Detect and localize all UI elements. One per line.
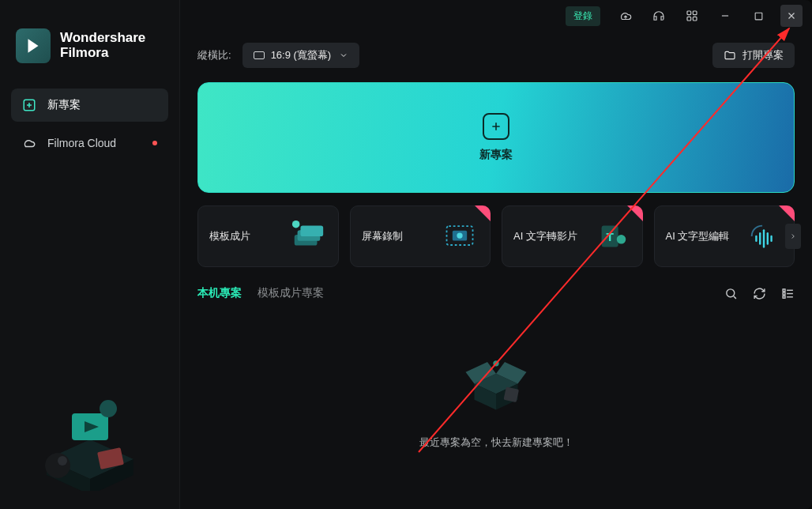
- feature-cards: 模板成片 屏幕錄制 AI 文字轉影片 T: [197, 205, 795, 267]
- tab-local-projects[interactable]: 本机專案: [197, 286, 242, 300]
- card-label: 屏幕錄制: [362, 229, 403, 243]
- plus-icon: [483, 113, 509, 140]
- controls-row: 縱橫比: 16:9 (寬螢幕) 打開專案: [180, 32, 812, 68]
- login-button[interactable]: 登錄: [566, 6, 600, 26]
- apps-button[interactable]: [681, 5, 703, 27]
- card-label: 模板成片: [209, 229, 250, 243]
- svg-rect-32: [783, 292, 785, 295]
- search-button[interactable]: [724, 286, 738, 300]
- search-icon: [724, 287, 738, 300]
- notification-dot-icon: [152, 141, 157, 145]
- brand-line1: Wondershare: [60, 31, 145, 46]
- new-badge: [475, 205, 491, 221]
- grid-icon: [686, 9, 698, 22]
- svg-point-30: [726, 288, 734, 296]
- cloud-upload-button[interactable]: [615, 5, 637, 27]
- brand-line2: Filmora: [60, 46, 145, 61]
- new-badge: [627, 205, 643, 221]
- folder-icon: [724, 49, 736, 62]
- sidebar-item-new-project[interactable]: 新專案: [11, 89, 168, 122]
- svg-rect-31: [783, 288, 785, 291]
- filmora-logo-icon: [23, 36, 43, 56]
- sidebar-item-label: 新專案: [47, 98, 81, 112]
- svg-rect-12: [687, 17, 691, 21]
- svg-point-6: [45, 453, 70, 478]
- refresh-icon: [753, 287, 766, 300]
- chevron-right-icon: [789, 232, 797, 240]
- card-label: AI 文字型編輯: [666, 229, 730, 243]
- svg-point-9: [100, 400, 117, 417]
- card-ai-text-editor[interactable]: AI 文字型編輯: [654, 205, 795, 267]
- svg-point-42: [493, 360, 498, 366]
- audio-wave-icon: [745, 217, 783, 255]
- svg-rect-13: [693, 17, 697, 21]
- aspect-ratio-select[interactable]: 16:9 (寬螢幕): [242, 43, 360, 68]
- tab-template-projects[interactable]: 模板成片專案: [258, 286, 324, 300]
- new-project-hero[interactable]: 新專案: [197, 82, 795, 193]
- card-ai-text-to-video[interactable]: AI 文字轉影片 T: [502, 205, 643, 267]
- new-badge: [779, 205, 795, 221]
- empty-state: 最近專案為空，快去新建專案吧！: [180, 300, 812, 509]
- support-button[interactable]: [648, 5, 670, 27]
- card-label: AI 文字轉影片: [513, 229, 577, 243]
- card-template-to-video[interactable]: 模板成片: [197, 205, 339, 267]
- cloud-icon: [22, 136, 36, 150]
- view-toggle-button[interactable]: [780, 286, 795, 300]
- template-stack-icon: [289, 217, 327, 255]
- main: 登錄 縱橫比:: [180, 0, 812, 509]
- minimize-button[interactable]: [714, 5, 736, 27]
- aspect-ratio-value: 16:9 (寬螢幕): [271, 48, 332, 62]
- svg-point-7: [58, 456, 67, 466]
- svg-rect-33: [783, 296, 785, 298]
- chevron-down-icon: [339, 51, 348, 60]
- card-screen-record[interactable]: 屏幕錄制: [350, 205, 491, 267]
- studio-illustration-icon: [23, 372, 157, 491]
- refresh-button[interactable]: [752, 286, 766, 300]
- svg-rect-10: [687, 11, 691, 15]
- minimize-icon: [720, 10, 731, 21]
- cloud-upload-icon: [618, 9, 633, 23]
- svg-rect-14: [755, 13, 762, 20]
- close-icon: [786, 10, 797, 21]
- list-view-icon: [781, 287, 795, 300]
- open-project-label: 打開專案: [742, 48, 784, 62]
- sidebar-illustration: [11, 368, 168, 495]
- maximize-button[interactable]: [747, 5, 769, 27]
- screen-record-icon: [441, 217, 479, 255]
- aspect-ratio-label: 縱橫比:: [197, 48, 231, 62]
- sidebar-item-label: Filmora Cloud: [47, 137, 116, 149]
- sidebar-item-filmora-cloud[interactable]: Filmora Cloud: [11, 126, 168, 160]
- project-tabs: 本机專案 模板成片專案: [197, 286, 795, 300]
- svg-rect-43: [503, 386, 519, 402]
- plus-square-icon: [22, 98, 36, 112]
- close-button[interactable]: [780, 5, 803, 27]
- titlebar: 登錄: [180, 0, 812, 32]
- svg-rect-17: [300, 226, 323, 236]
- hero-label: 新專案: [479, 148, 513, 162]
- sidebar: Wondershare Filmora 新專案 Filmora Cloud: [0, 0, 180, 509]
- svg-text:T: T: [606, 230, 614, 243]
- svg-rect-11: [693, 11, 697, 15]
- svg-point-18: [291, 221, 299, 228]
- headset-icon: [652, 9, 666, 23]
- ratio-rect-icon: [254, 51, 265, 59]
- svg-point-24: [616, 235, 626, 244]
- text-to-video-icon: T: [593, 217, 631, 255]
- empty-message: 最近專案為空，快去新建專案吧！: [419, 435, 573, 450]
- empty-box-icon: [453, 336, 539, 423]
- maximize-icon: [754, 11, 764, 21]
- brand-logo: [16, 28, 51, 63]
- cards-next-button[interactable]: [785, 224, 801, 249]
- open-project-button[interactable]: 打開專案: [712, 43, 795, 68]
- sidebar-nav: 新專案 Filmora Cloud: [11, 89, 168, 160]
- brand: Wondershare Filmora: [11, 11, 168, 84]
- svg-point-21: [457, 232, 462, 238]
- feature-cards-wrap: 模板成片 屏幕錄制 AI 文字轉影片 T: [197, 205, 795, 267]
